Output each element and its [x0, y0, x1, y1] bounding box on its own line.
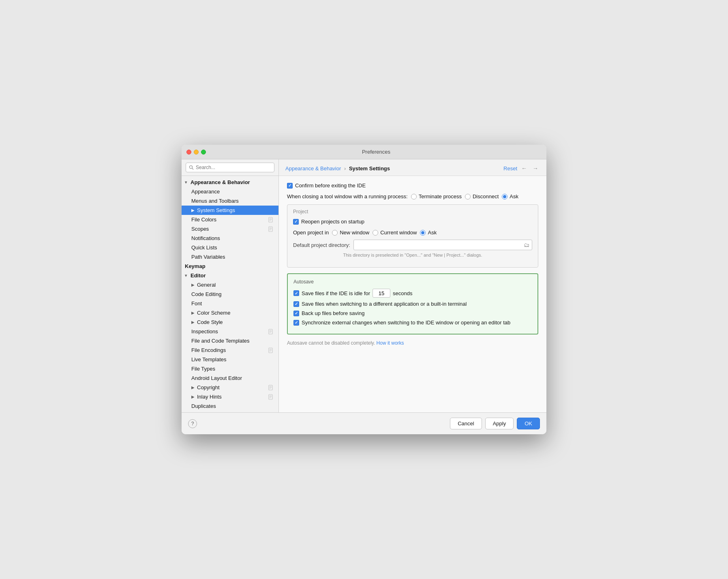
sidebar-item-copyright[interactable]: ▶ Copyright — [182, 383, 278, 392]
sidebar-item-label: Color Scheme — [197, 310, 230, 316]
sidebar-item-label: Menus and Toolbars — [191, 198, 239, 204]
reopen-label: Reopen projects on startup — [301, 219, 364, 225]
sidebar-item-inlay-hints[interactable]: ▶ Inlay Hints — [182, 392, 278, 401]
cancel-button[interactable]: Cancel — [450, 418, 482, 429]
project-group-title: Project — [293, 209, 532, 214]
ask-project-option[interactable]: Ask — [420, 229, 437, 236]
ask-process-radio[interactable] — [502, 194, 507, 199]
reset-button[interactable]: Reset — [503, 165, 517, 172]
sidebar-item-file-code-templates[interactable]: File and Code Templates — [182, 336, 278, 345]
ask-process-option[interactable]: Ask — [502, 193, 518, 199]
sidebar-item-live-templates[interactable]: Live Templates — [182, 355, 278, 364]
disconnect-option[interactable]: Disconnect — [465, 193, 499, 199]
save-switching-checkbox[interactable] — [293, 301, 299, 307]
apply-button[interactable]: Apply — [485, 418, 514, 429]
page-icon — [268, 329, 274, 335]
current-window-radio[interactable] — [373, 230, 378, 236]
disconnect-radio[interactable] — [465, 194, 471, 199]
sidebar-item-label: Notifications — [191, 235, 220, 241]
sidebar-item-notifications[interactable]: Notifications — [182, 234, 278, 243]
sidebar-item-editor[interactable]: ▾ Editor — [182, 271, 278, 280]
sidebar-item-scopes[interactable]: Scopes — [182, 224, 278, 234]
sidebar-item-color-scheme[interactable]: ▶ Color Scheme — [182, 308, 278, 317]
sidebar-item-file-colors[interactable]: File Colors — [182, 215, 278, 224]
sidebar-item-label: Duplicates — [191, 403, 216, 409]
close-button[interactable] — [186, 150, 191, 154]
dir-text-input[interactable] — [357, 242, 529, 248]
terminate-option[interactable]: Terminate process — [411, 193, 462, 199]
reopen-checkbox-label[interactable]: Reopen projects on startup — [293, 219, 364, 225]
open-project-row: Open project in New window Current windo… — [293, 229, 532, 236]
breadcrumb: Appearance & Behavior › System Settings — [285, 165, 503, 172]
reopen-checkbox[interactable] — [293, 219, 299, 225]
sync-external-checkbox[interactable] — [293, 320, 299, 326]
nav-back-button[interactable]: ← — [520, 164, 529, 172]
new-window-option[interactable]: New window — [332, 229, 369, 236]
sidebar-item-font[interactable]: Font — [182, 299, 278, 308]
disconnect-label: Disconnect — [473, 193, 499, 199]
maximize-button[interactable] — [201, 150, 206, 154]
panel-body: Confirm before exiting the IDE When clos… — [279, 176, 546, 412]
save-idle-label-after: seconds — [393, 290, 412, 296]
title-bar: Preferences — [182, 145, 546, 159]
sidebar-item-duplicates[interactable]: Duplicates — [182, 401, 278, 411]
sidebar-item-label: Path Variables — [191, 254, 225, 260]
sidebar-item-code-editing[interactable]: Code Editing — [182, 290, 278, 299]
dir-input[interactable]: 🗂 — [353, 240, 532, 250]
terminate-label: Terminate process — [419, 193, 462, 199]
sidebar-item-label: Live Templates — [191, 356, 226, 362]
confirm-exit-label: Confirm before exiting the IDE — [295, 182, 366, 189]
chevron-icon: ▶ — [191, 320, 195, 324]
sidebar: ▾ Appearance & Behavior Appearance Menus… — [182, 159, 279, 412]
sidebar-item-quick-lists[interactable]: Quick Lists — [182, 243, 278, 252]
sidebar-item-label: File Colors — [191, 217, 216, 223]
sidebar-tree: ▾ Appearance & Behavior Appearance Menus… — [182, 176, 278, 412]
sidebar-item-android-layout-editor[interactable]: Android Layout Editor — [182, 373, 278, 383]
terminate-radio[interactable] — [411, 194, 417, 199]
sidebar-item-menus-toolbars[interactable]: Menus and Toolbars — [182, 196, 278, 206]
sidebar-item-general[interactable]: ▶ General — [182, 280, 278, 290]
backup-label: Back up files before saving — [302, 310, 364, 316]
sidebar-item-file-encodings[interactable]: File Encodings — [182, 345, 278, 355]
sidebar-item-system-settings[interactable]: ▶ System Settings — [182, 206, 278, 215]
current-window-option[interactable]: Current window — [373, 229, 417, 236]
how-it-works-link[interactable]: How it works — [377, 340, 404, 346]
dir-label: Default project directory: — [293, 242, 350, 248]
save-idle-checkbox[interactable] — [293, 290, 299, 296]
chevron-icon: ▶ — [191, 311, 195, 315]
breadcrumb-current: System Settings — [349, 165, 390, 172]
confirm-exit-checkbox-label[interactable]: Confirm before exiting the IDE — [287, 182, 366, 189]
bottom-bar: ? Cancel Apply OK — [182, 412, 546, 434]
sidebar-item-label: Font — [191, 300, 202, 307]
ask-project-radio[interactable] — [420, 230, 426, 236]
sidebar-item-inspections[interactable]: Inspections — [182, 327, 278, 336]
confirm-exit-checkbox[interactable] — [287, 183, 293, 189]
help-button[interactable]: ? — [188, 419, 197, 428]
breadcrumb-section: Appearance & Behavior — [285, 165, 341, 172]
sidebar-item-keymap[interactable]: Keymap — [182, 262, 278, 271]
search-input[interactable] — [186, 163, 274, 172]
sidebar-item-appearance[interactable]: Appearance — [182, 187, 278, 196]
sidebar-item-label: System Settings — [197, 207, 235, 213]
sync-external-label: Synchronize external changes when switch… — [302, 320, 510, 326]
sidebar-item-path-variables[interactable]: Path Variables — [182, 252, 278, 262]
sidebar-item-file-types[interactable]: File Types — [182, 364, 278, 373]
idle-seconds-input[interactable] — [373, 289, 390, 298]
nav-forward-button[interactable]: → — [531, 164, 540, 172]
save-idle-label-before: Save files if the IDE is idle for — [302, 290, 370, 296]
search-bar — [182, 159, 278, 176]
minimize-button[interactable] — [194, 150, 199, 154]
sidebar-item-appearance-behavior[interactable]: ▾ Appearance & Behavior — [182, 178, 278, 187]
new-window-radio[interactable] — [332, 230, 338, 236]
sync-external-row: Synchronize external changes when switch… — [293, 320, 532, 326]
ask-project-label: Ask — [428, 229, 437, 236]
sidebar-item-code-style[interactable]: ▶ Code Style — [182, 317, 278, 327]
dir-hint: This directory is preselected in "Open..… — [293, 253, 532, 257]
sidebar-item-label: Android Layout Editor — [191, 375, 242, 381]
ok-button[interactable]: OK — [517, 418, 540, 429]
chevron-icon: ▶ — [191, 385, 195, 390]
backup-checkbox[interactable] — [293, 311, 299, 316]
sidebar-item-label: General — [197, 282, 216, 288]
save-switching-label: Save files when switching to a different… — [302, 301, 467, 307]
ask-process-label: Ask — [510, 193, 518, 199]
